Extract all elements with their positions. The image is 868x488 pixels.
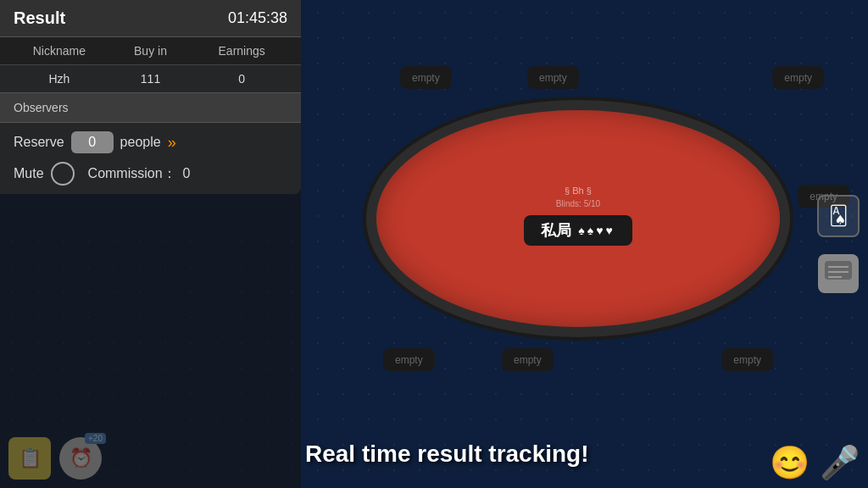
mute-row: Mute Commission： 0 [14, 162, 287, 186]
mute-toggle[interactable] [51, 162, 75, 186]
table-row: Hzh 111 0 [0, 64, 301, 92]
commission-value: 0 [183, 166, 191, 181]
logo-chinese: 私局 [541, 220, 571, 241]
col-buyin: Buy in [105, 44, 197, 58]
table-outer: empty empty empty empty empty empty empt… [332, 66, 824, 371]
blinds-info: Blinds: 5/10 [556, 199, 600, 208]
right-icons: 🂡 [817, 195, 860, 293]
result-panel: Result 01:45:38 Nickname Buy in Earnings… [0, 0, 301, 194]
table-area: empty empty empty empty empty empty empt… [288, 17, 868, 420]
result-table-header: Nickname Buy in Earnings [0, 36, 301, 64]
result-title: Result [14, 8, 65, 28]
seat-top-left[interactable]: empty [400, 66, 452, 89]
row-buyin: 111 [105, 72, 197, 86]
people-label: people [120, 135, 161, 150]
svg-marker-4 [832, 280, 837, 283]
row-earnings: 0 [196, 72, 287, 86]
observers-section: Observers [0, 92, 301, 122]
bottom-right-icons: 😊 🎤 [770, 444, 860, 481]
chat-icon [825, 261, 852, 283]
emoji-icon[interactable]: 😊 [770, 444, 810, 481]
observers-label: Observers [14, 101, 69, 114]
seat-top-right[interactable]: empty [772, 66, 824, 89]
room-name: § Bh § [565, 186, 592, 196]
seat-bottom-right[interactable]: empty [721, 348, 773, 371]
col-earnings: Earnings [196, 44, 287, 58]
row-nickname: Hzh [14, 72, 105, 86]
result-timer: 01:45:38 [228, 9, 287, 27]
arrows-icon[interactable]: » [168, 134, 176, 152]
mute-label: Mute [14, 166, 44, 181]
reserve-row: Reserve people » [14, 131, 287, 153]
seat-bottom-center[interactable]: empty [502, 348, 554, 371]
card-icon[interactable]: 🂡 [817, 195, 860, 237]
mic-icon[interactable]: 🎤 [820, 444, 860, 481]
result-header: Result 01:45:38 [0, 0, 301, 36]
bottom-controls: Reserve people » Mute Commission： 0 [0, 122, 301, 194]
seat-bottom-left[interactable]: empty [383, 348, 435, 371]
logo-suits: ♠♠♥♥ [578, 224, 615, 237]
table-logo: 私局 ♠♠♥♥ [524, 215, 632, 246]
reserve-label: Reserve [14, 135, 64, 150]
reserve-input[interactable] [71, 131, 114, 153]
chat-button[interactable] [818, 254, 859, 293]
card-symbol: 🂡 [829, 205, 849, 227]
seat-top-center[interactable]: empty [527, 66, 579, 89]
commission-label: Commission： [88, 165, 176, 183]
col-nickname: Nickname [14, 44, 105, 58]
poker-table: § Bh § Blinds: 5/10 私局 ♠♠♥♥ [366, 100, 790, 337]
